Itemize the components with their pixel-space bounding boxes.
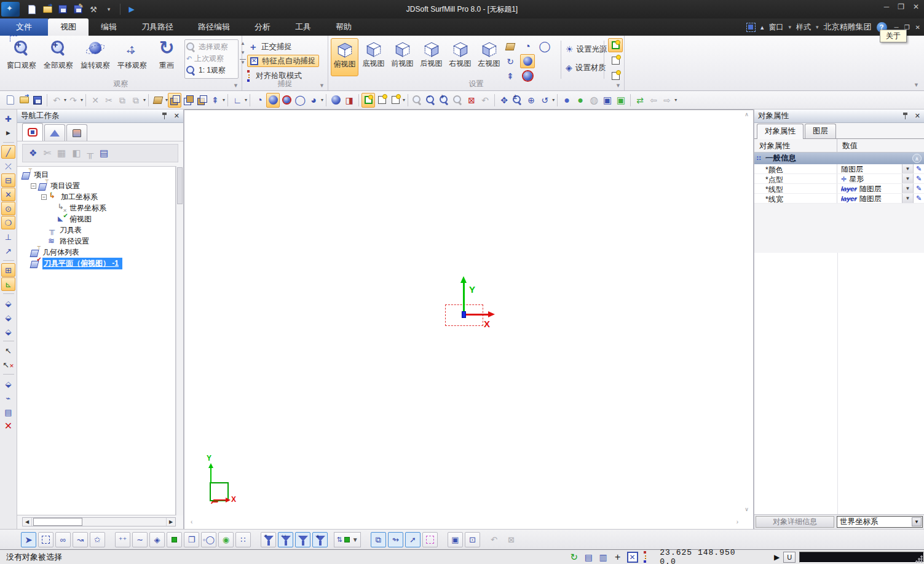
- collapse-box-icon[interactable]: −: [31, 183, 36, 189]
- snap-center-button[interactable]: ⊙: [1, 202, 15, 215]
- paste-button[interactable]: ⧉: [129, 93, 143, 108]
- prop-row-line-width[interactable]: *线宽 layer随图层 ▼ ✎: [754, 194, 924, 204]
- select-view-button[interactable]: 选择观察: [186, 41, 237, 53]
- new-button[interactable]: [4, 93, 17, 108]
- align-mode-button[interactable]: [642, 552, 653, 563]
- collapse-box-icon[interactable]: −: [41, 194, 47, 200]
- nav-vertical-scrollbar[interactable]: [176, 166, 183, 515]
- pin-icon[interactable]: [161, 113, 168, 119]
- back-view-button[interactable]: 后视图: [417, 38, 445, 76]
- tab-view[interactable]: 视图: [48, 18, 89, 36]
- refresh-button[interactable]: ↻: [569, 552, 580, 563]
- rotate-axis-button[interactable]: ↺: [538, 93, 551, 108]
- snap-perpendicular-button[interactable]: ⊥: [1, 230, 15, 244]
- funnel-all-button[interactable]: ✶: [261, 532, 276, 547]
- eyedropper-icon[interactable]: ✎: [913, 184, 924, 193]
- zoom-out-button[interactable]: −: [424, 93, 438, 108]
- nav-tab-geometry[interactable]: [44, 124, 65, 141]
- section-general-info[interactable]: ∷ 一般信息 ∧: [754, 153, 924, 164]
- snap-quadrant-button[interactable]: ❍: [1, 216, 15, 229]
- ribbon-options-button[interactable]: ▼: [914, 82, 919, 88]
- snap-settings-button[interactable]: ✚: [1, 112, 15, 125]
- pick-crossing-button[interactable]: ↬: [388, 532, 403, 547]
- display-box-button[interactable]: [151, 93, 165, 108]
- pick-dashed-button[interactable]: [422, 532, 438, 547]
- tree-item-machining-cs[interactable]: −加工坐标系: [17, 191, 175, 202]
- new-file-button[interactable]: [26, 3, 38, 15]
- doc-copy-button[interactable]: ▤: [583, 552, 594, 563]
- scroll-right-icon[interactable]: ▶: [166, 518, 175, 526]
- viewport-canvas[interactable]: Y X Y X ∧ ∨ ‹ ›: [184, 109, 753, 529]
- pan-view-button[interactable]: ↔↕ 平移观察: [114, 38, 150, 78]
- render-box-button[interactable]: [503, 39, 518, 54]
- select-group-button[interactable]: ▣: [448, 532, 463, 547]
- minimize-button[interactable]: ─: [884, 2, 890, 11]
- select-nested-button[interactable]: ⊡: [465, 532, 480, 547]
- filter-curves-button[interactable]: ∼: [132, 532, 148, 547]
- brush-stack-button[interactable]: ❖: [29, 148, 37, 158]
- filter-points-button[interactable]: ⁺⁺: [115, 532, 130, 547]
- left-view-button[interactable]: 左视图: [475, 38, 503, 76]
- swap-view-button[interactable]: ⇄: [633, 93, 647, 108]
- view-history-dropdown[interactable]: ▾: [674, 97, 677, 103]
- view-back-button[interactable]: ⇦: [647, 93, 660, 108]
- zoom-dynamic-button[interactable]: ±: [511, 93, 524, 108]
- filter-points2-button[interactable]: ◉: [218, 532, 234, 547]
- qat-customize-button[interactable]: ▾: [103, 3, 115, 15]
- snap-midpoint-button[interactable]: ⊟: [1, 173, 15, 187]
- cut-button[interactable]: ✂: [102, 93, 116, 108]
- eyedropper-icon[interactable]: ✎: [913, 174, 924, 183]
- pick-point-button[interactable]: ↖: [1, 344, 15, 357]
- bolt-tool-button[interactable]: ╥: [87, 148, 93, 158]
- eyedropper-icon[interactable]: ✎: [913, 164, 924, 173]
- save-button[interactable]: [57, 3, 69, 15]
- shade-globe-button[interactable]: ◔: [253, 93, 266, 108]
- doc-edit-button[interactable]: ▥: [598, 552, 609, 563]
- canvas-vertical-scrollbar[interactable]: ∧ ∨: [743, 111, 751, 514]
- snap-face3-button[interactable]: ⬙: [1, 325, 15, 338]
- view-forward-button[interactable]: ⇨: [660, 93, 674, 108]
- tab-tools[interactable]: 工具: [283, 18, 323, 36]
- bulb-gray-button[interactable]: ◍: [587, 93, 601, 108]
- shade-outline-button[interactable]: ◯: [293, 93, 307, 108]
- prop-row-point-type[interactable]: *点型 ✛星形 ▼ ✎: [754, 174, 924, 184]
- last-view-button[interactable]: ↶上次观察: [186, 53, 237, 65]
- select-chain-button[interactable]: ∞: [55, 532, 71, 547]
- line-pick-button[interactable]: ⌁: [1, 391, 15, 405]
- funnel-surfaces-button[interactable]: ▲: [312, 532, 328, 547]
- tab-object-properties[interactable]: 对象属性: [757, 124, 804, 139]
- scroll-up-icon[interactable]: ∧: [743, 111, 751, 119]
- run-button[interactable]: ▶: [125, 3, 138, 15]
- tab-path-edit[interactable]: 路径编辑: [186, 18, 242, 36]
- wedge-tool-button[interactable]: ◧: [72, 148, 81, 158]
- sort-mode-dropdown[interactable]: ⇅▼: [334, 532, 361, 547]
- child-close-button[interactable]: ✕: [915, 24, 920, 31]
- pan-button[interactable]: ✥: [497, 93, 511, 108]
- snap-tangent-button[interactable]: ↗: [1, 244, 15, 258]
- save-button[interactable]: [31, 93, 44, 108]
- dialog-launcher-icon[interactable]: ▼: [319, 82, 325, 89]
- tree-item-project-settings[interactable]: −项目设置: [17, 180, 175, 191]
- bottom-view-button[interactable]: 底视图: [360, 38, 387, 76]
- coord-system-button[interactable]: ∟: [231, 93, 244, 108]
- nav-tab-stamp[interactable]: [66, 124, 87, 141]
- ortho-snap-button[interactable]: ＋正交捕捉: [248, 41, 292, 53]
- paste-dropdown[interactable]: ▾: [143, 97, 146, 103]
- shade-mixed-button[interactable]: ◕: [307, 93, 320, 108]
- bulb-green-button[interactable]: ●: [574, 93, 587, 108]
- selection-undo-button[interactable]: ↶: [486, 532, 502, 547]
- dialog-launcher-icon[interactable]: ▼: [615, 82, 621, 89]
- pin-icon[interactable]: [902, 113, 909, 119]
- select-rect-button[interactable]: [38, 532, 53, 547]
- bulb-boxed2-button[interactable]: ▣: [614, 93, 628, 108]
- delete-button[interactable]: ✕: [89, 93, 102, 108]
- tree-item-world-cs[interactable]: 世界坐标系: [17, 202, 175, 213]
- fit-window-button[interactable]: ⊠: [465, 93, 478, 108]
- tree-item-tool-plane[interactable]: 刀具平面（俯视图） -1: [17, 258, 175, 269]
- outline-shade-button[interactable]: ◯: [537, 39, 552, 54]
- shade-edge-button[interactable]: [280, 93, 293, 108]
- expand-arrow-icon[interactable]: ▶: [774, 553, 780, 562]
- nav-tab-selection[interactable]: [22, 123, 43, 141]
- bulb-boxed-button[interactable]: ▣: [601, 93, 614, 108]
- zoom-region-button[interactable]: [411, 93, 424, 108]
